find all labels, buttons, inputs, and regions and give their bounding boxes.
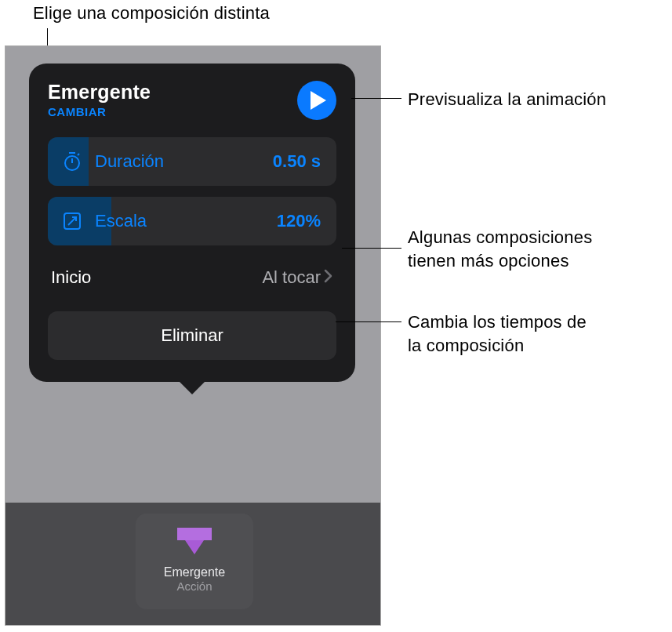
screenshot-frame: Emergente Acción Emergente CAMBIAR xyxy=(5,45,381,626)
callout-choose-composition: Elige una composición distinta xyxy=(33,3,270,24)
chevron-right-icon xyxy=(324,269,333,286)
preview-play-button[interactable] xyxy=(297,81,336,120)
callout-more-options-l2: tienen más opciones xyxy=(408,249,592,273)
scale-icon xyxy=(60,209,84,233)
callout-change-timing-l1: Cambia los tiempos de xyxy=(408,311,587,334)
svg-marker-1 xyxy=(177,528,212,540)
scale-label: Escala xyxy=(95,211,277,231)
start-value: Al tocar xyxy=(262,267,321,288)
callout-change-timing-l2: la composición xyxy=(408,334,587,358)
delete-button[interactable]: Eliminar xyxy=(48,311,336,360)
popover-title: Emergente xyxy=(48,81,151,104)
build-tile-subtitle: Acción xyxy=(176,579,212,593)
scale-slider[interactable]: Escala 120% xyxy=(48,197,336,245)
build-tile[interactable]: Emergente Acción xyxy=(136,514,253,609)
start-label: Inicio xyxy=(51,267,262,288)
start-row[interactable]: Inicio Al tocar xyxy=(48,256,336,299)
callout-leader-line xyxy=(351,98,401,99)
callout-preview-animation: Previsualiza la animación xyxy=(408,88,606,111)
duration-value: 0.50 s xyxy=(273,151,321,172)
animation-popover: Emergente CAMBIAR Duración 0. xyxy=(29,64,355,382)
timer-icon xyxy=(60,150,84,173)
play-icon xyxy=(311,91,326,110)
callout-leader-line xyxy=(336,321,401,322)
duration-label: Duración xyxy=(95,151,273,172)
callout-more-options: Algunas composiciones tienen más opcione… xyxy=(408,226,592,272)
change-button[interactable]: CAMBIAR xyxy=(48,105,151,118)
build-shape-icon xyxy=(174,523,215,556)
builds-strip: Emergente Acción xyxy=(5,503,380,625)
scale-value: 120% xyxy=(277,211,321,231)
svg-marker-2 xyxy=(311,91,326,110)
svg-line-6 xyxy=(78,154,79,155)
build-tile-title: Emergente xyxy=(164,565,225,579)
popover-arrow xyxy=(178,380,206,394)
callout-leader-line xyxy=(342,248,401,249)
callout-change-timing: Cambia los tiempos de la composición xyxy=(408,311,587,357)
callout-more-options-l1: Algunas composiciones xyxy=(408,226,592,249)
duration-slider[interactable]: Duración 0.50 s xyxy=(48,137,336,186)
